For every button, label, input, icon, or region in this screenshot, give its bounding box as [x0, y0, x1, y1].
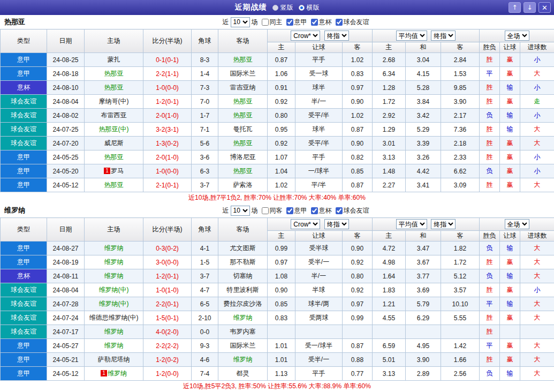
same-venue-toggle[interactable]: 同主 [260, 18, 283, 27]
average-select[interactable]: 平均值 [396, 31, 427, 41]
result-goals: 大 [520, 137, 554, 150]
friendly-checkbox[interactable] [336, 207, 343, 214]
odds-away: 0.92 [343, 283, 373, 297]
league-friendly-toggle[interactable]: 球会友谊 [333, 206, 369, 215]
fulltime-select[interactable]: 全场 [505, 31, 529, 41]
score: 3-0(0-0) [143, 255, 192, 269]
handicap-line: 受半球 [295, 242, 343, 255]
avg-home: 6.59 [373, 339, 406, 353]
away-team: 热那亚 [218, 95, 268, 109]
serie-a-label: 意甲 [294, 18, 307, 27]
friendly-checkbox[interactable] [336, 19, 343, 26]
cup-checkbox[interactable] [311, 207, 318, 214]
league-friendly-toggle[interactable]: 球会友谊 [333, 18, 369, 27]
same-venue-checkbox[interactable] [262, 207, 269, 214]
result-goals: 小 [520, 150, 554, 164]
average-select[interactable]: 平均值 [396, 219, 427, 229]
odds-group-header: Crow* 终指 [268, 29, 373, 42]
result-outcome: 负 [480, 367, 500, 381]
league-serie-a-toggle[interactable]: 意甲 [284, 18, 307, 27]
handicap-line: 半/一 [295, 269, 343, 283]
score: 3-2(3-1) [143, 123, 192, 137]
odds-home: 0.95 [268, 123, 295, 137]
away-team: 曼托瓦 [218, 123, 268, 137]
match-row: 球会友谊24-07-28维罗纳(中)2-2(0-1)6-5费拉尔皮沙洛0.85球… [1, 297, 554, 311]
home-team: 热那亚 [85, 150, 143, 164]
near-label: 近 [223, 206, 229, 215]
result-outcome: 负 [480, 164, 500, 178]
fulltime-select[interactable]: 全场 [505, 219, 529, 229]
score: 1-2(0-1) [143, 95, 192, 109]
odds-away: 0.99 [343, 311, 373, 325]
score: 1-2(0-2) [143, 353, 192, 367]
match-date: 24-08-18 [47, 67, 85, 81]
bookmaker-select[interactable]: Crow* [291, 219, 320, 229]
odds-stage-select[interactable]: 终指 [324, 31, 349, 41]
result-goals: 大 [520, 67, 554, 81]
match-row: 球会友谊24-07-17维罗纳4-0(2-0)0-0韦罗内塞胜 [1, 325, 554, 339]
same-venue-toggle[interactable]: 同客 [260, 206, 283, 215]
league-cup-toggle[interactable]: 意杯 [309, 206, 332, 215]
handicap-line: 球半 [295, 81, 343, 95]
away-team: 那不勒斯 [218, 255, 268, 269]
recent-count-select[interactable]: 10 [231, 17, 250, 27]
radio-selected-icon [299, 5, 305, 11]
avg-draw: 5.28 [406, 81, 441, 95]
titlebar-center: 近期战绩 竖版 横版 [0, 3, 554, 12]
cup-checkbox[interactable] [311, 19, 318, 26]
scroll-down-button[interactable]: ↓ [523, 2, 536, 13]
cup-label: 意杯 [319, 18, 332, 27]
score: 1-2(0-1) [143, 269, 192, 283]
match-row: 意甲24-05-27维罗纳2-2(2-2)9-3国际米兰1.01受一/球半0.8… [1, 339, 554, 353]
serie-a-checkbox[interactable] [286, 19, 293, 26]
handicap-line: 受两球 [295, 311, 343, 325]
avg-home: 5.01 [373, 353, 406, 367]
result-handicap: 输 [500, 242, 520, 255]
score: 1-0(0-0) [143, 81, 192, 95]
bookmaker-select[interactable]: Crow* [291, 31, 320, 41]
section-bar: 热那亚 近 10 场 同主 意甲 意杯 球会友谊 [0, 15, 554, 29]
serie-a-checkbox[interactable] [286, 207, 293, 214]
result-outcome: 胜 [480, 95, 500, 109]
result-outcome: 平 [480, 67, 500, 81]
rank-badge: 1 [101, 370, 107, 376]
avg-away: 2.84 [441, 53, 480, 67]
result-goals: 小 [520, 164, 554, 178]
odds-stage-select[interactable]: 终指 [324, 219, 349, 229]
average-stage-select[interactable]: 终指 [431, 31, 456, 41]
average-stage-select[interactable]: 终指 [431, 219, 456, 229]
odds-home: 1.07 [268, 150, 295, 164]
odds-away: 1.02 [343, 109, 373, 123]
odds-home: 0.92 [268, 137, 295, 150]
odds-home: 0.87 [268, 53, 295, 67]
away-team: 萨索洛 [218, 178, 268, 192]
result-outcome: 负 [480, 109, 500, 123]
handicap-line [295, 325, 343, 339]
handicap-line: 球半/两 [295, 297, 343, 311]
match-row: 球会友谊24-07-24维德思维罗纳(中)1-5(0-1)2-10维罗纳0.83… [1, 311, 554, 325]
league-cup-toggle[interactable]: 意杯 [309, 18, 332, 27]
same-venue-checkbox[interactable] [262, 19, 269, 26]
col-header-score: 比分(半场) [143, 29, 192, 53]
result-goals: 大 [520, 297, 554, 311]
away-team: 国际米兰 [218, 339, 268, 353]
col-header-outcome: 胜负 [480, 231, 500, 242]
score: 1-5(0-1) [143, 311, 192, 325]
avg-draw: 4.15 [406, 67, 441, 81]
close-button[interactable]: ✕ [538, 2, 551, 13]
avg-draw: 3.77 [406, 269, 441, 283]
handicap-line: 受一/球半 [295, 339, 343, 353]
odds-away: 0.97 [343, 81, 373, 95]
layout-radio-horizontal[interactable]: 横版 [299, 3, 320, 12]
col-header-goals: 进球数 [520, 42, 554, 53]
layout-radio-vertical[interactable]: 竖版 [272, 3, 293, 12]
league-type: 球会友谊 [1, 123, 47, 137]
avg-draw: 3.90 [406, 353, 441, 367]
avg-draw: 4.95 [406, 339, 441, 353]
recent-count-select[interactable]: 10 [231, 206, 250, 216]
odds-away: 1.02 [343, 53, 373, 67]
odds-home: 1.13 [268, 367, 295, 381]
scroll-up-button[interactable]: ↑ [509, 2, 521, 13]
league-serie-a-toggle[interactable]: 意甲 [284, 206, 307, 215]
result-goals: 大 [520, 311, 554, 325]
